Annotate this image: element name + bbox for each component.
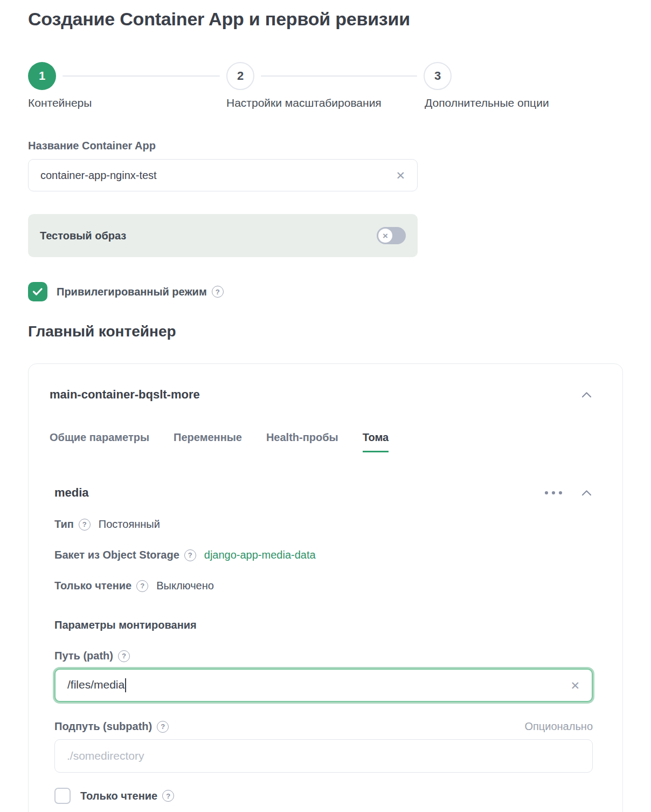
tab-health-probes[interactable]: Health-пробы [266,431,338,452]
help-icon[interactable]: ? [136,580,148,592]
volume-type-label: Тип [54,518,74,531]
container-tabs: Общие параметры Переменные Health-пробы … [50,431,593,452]
help-icon[interactable]: ? [162,790,174,802]
tab-general[interactable]: Общие параметры [50,431,149,452]
volume-section: media Тип ? Постоянный Бакет из Object S… [50,486,593,804]
path-label: Путь (path) [54,650,113,662]
step-2-label: Настройки масштабирования [226,97,382,109]
tab-volumes[interactable]: Тома [363,431,389,452]
privileged-mode-row: Привилегированный режим ? [28,282,623,301]
step-3-circle[interactable]: 3 [424,62,452,90]
check-icon [32,287,43,296]
subpath-label: Подпуть (subpath) [54,720,152,733]
container-card: main-container-bqslt-more Общие параметр… [28,363,623,812]
bucket-link[interactable]: django-app-media-data [204,549,316,561]
volume-type-value: Постоянный [99,518,160,531]
volume-controls [545,488,593,497]
volume-bucket-row: Бакет из Object Storage ? django-app-med… [54,549,593,561]
privileged-mode-label: Привилегированный режим [57,286,207,298]
help-icon[interactable]: ? [79,519,91,531]
volume-name: media [54,486,89,500]
kebab-menu-icon[interactable] [545,489,562,497]
volume-bucket-label: Бакет из Object Storage [54,549,179,561]
page-title: Создание Container App и первой ревизии [28,9,623,30]
step-connector-2 [261,75,417,77]
step-2-circle[interactable]: 2 [226,62,254,90]
test-image-toggle[interactable]: × [377,227,406,244]
path-input[interactable]: /files/media ✕ [54,669,593,702]
collapse-container-button[interactable] [580,390,593,399]
volume-readonly-label: Только чтение [54,580,131,592]
test-image-panel: Тестовый образ × [28,214,418,257]
clear-icon[interactable]: ✕ [396,170,405,181]
step-1-label: Контейнеры [28,97,92,109]
optional-badge: Опционально [524,720,593,733]
chevron-up-icon [581,490,592,496]
step-1-circle[interactable]: 1 [28,62,56,90]
app-name-value: container-app-nginx-test [40,169,157,182]
privileged-mode-checkbox[interactable] [28,282,47,301]
volume-readonly-value: Выключено [156,580,214,592]
collapse-volume-button[interactable] [580,488,593,497]
mount-params-heading: Параметры монтирования [54,619,593,631]
volume-type-row: Тип ? Постоянный [54,518,593,531]
path-label-row: Путь (path) ? [54,650,593,662]
wizard-stepper: 1 2 3 Контейнеры Настройки масштабирован… [28,62,623,108]
main-container-heading: Главный контейнер [28,323,623,340]
help-icon[interactable]: ? [212,286,224,298]
toggle-off-icon: × [378,229,392,243]
help-icon[interactable]: ? [157,721,169,733]
chevron-up-icon [581,391,592,398]
test-image-label: Тестовый образ [40,230,126,242]
readonly-checkbox[interactable] [54,788,71,804]
volume-readonly-row: Только чтение ? Выключено [54,580,593,592]
container-name: main-container-bqslt-more [50,388,200,402]
tab-variables[interactable]: Переменные [174,431,242,452]
text-caret [125,678,126,692]
subpath-label-row: Подпуть (subpath) ? Опционально [54,720,593,733]
help-icon[interactable]: ? [184,549,196,561]
clear-icon[interactable]: ✕ [570,680,580,691]
app-name-input[interactable]: container-app-nginx-test ✕ [28,159,418,191]
step-connector-1 [63,75,220,77]
app-name-label: Название Container App [28,140,623,152]
step-3-label: Дополнительные опции [425,97,549,109]
volume-header: media [54,486,593,500]
readonly-checkbox-label: Только чтение [80,790,157,802]
help-icon[interactable]: ? [118,650,130,662]
container-card-header: main-container-bqslt-more [50,388,593,402]
path-value: /files/media [67,678,126,692]
readonly-checkbox-row: Только чтение ? [54,788,593,804]
subpath-input[interactable] [54,739,593,773]
